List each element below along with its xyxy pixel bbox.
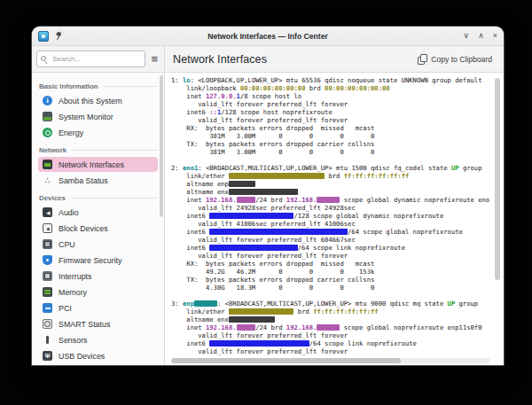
samba-share-icon	[43, 175, 52, 185]
sidebar-item-label: Memory	[59, 288, 87, 297]
terminal-line: 2: eno1: <BROADCAST,MULTICAST,UP,LOWER_U…	[171, 164, 490, 172]
sidebar-item-samba-status[interactable]: Samba Status	[38, 173, 158, 188]
interrupts-icon	[43, 271, 52, 281]
desktop-background: Network Interfaces — Info Center ∨ ∧ × ≡…	[0, 0, 532, 405]
sidebar-item-energy[interactable]: Energy	[38, 125, 158, 140]
window-title: Network Interfaces — Info Center	[32, 32, 504, 41]
horizontal-scrollbar-track[interactable]	[171, 358, 490, 363]
copy-to-clipboard-button[interactable]: Copy to Clipboard	[414, 51, 496, 66]
terminal-line: valid_lft 24928sec preferred_lft 24928se…	[171, 204, 490, 212]
maximize-button[interactable]: ∧	[478, 32, 484, 40]
memory-icon	[43, 287, 52, 297]
redacted-identifier	[229, 316, 275, 323]
terminal-line: TX: bytes packets errors dropped carrier…	[171, 276, 490, 284]
usb-devices-icon	[43, 351, 52, 361]
terminal-line: inet6 ::1/128 scope host noprefixroute	[171, 108, 490, 116]
redacted-ipv4-address	[237, 197, 256, 203]
sidebar-item-label: Audio	[59, 208, 79, 217]
terminal-line: inet6 /128 scope global dynamic noprefix…	[171, 212, 490, 220]
sidebar-item-about-this-system[interactable]: About this System	[38, 93, 158, 108]
sidebar-item-label: Energy	[59, 129, 83, 137]
section-divider	[103, 86, 157, 87]
sidebar-item-cpu[interactable]: CPU	[38, 237, 158, 252]
info-center-window: Network Interfaces — Info Center ∨ ∧ × ≡…	[32, 27, 504, 365]
energy-icon	[43, 128, 52, 137]
pin-icon[interactable]	[54, 31, 63, 41]
search-box[interactable]	[36, 51, 145, 67]
terminal-line: inet6 /64 scope global noprefixroute	[171, 228, 490, 236]
titlebar[interactable]: Network Interfaces — Info Center ∨ ∧ ×	[32, 27, 504, 46]
terminal-line: link/ether brd ff:ff:ff:ff:ff:ff	[171, 308, 490, 315]
sidebar-item-label: SMART Status	[59, 320, 110, 329]
sidebar-item-label: Samba Status	[59, 176, 108, 185]
sidebar-item-audio[interactable]: Audio	[38, 205, 158, 220]
terminal-line: valid_lft 41006sec preferred_lft 41006se…	[171, 220, 490, 228]
sidebar-item-label: Network Interfaces	[59, 160, 124, 169]
terminal-line: 381M 3.00M 0 0 0 0	[171, 132, 490, 140]
sidebar-section-header: Network	[39, 146, 157, 154]
redacted-ipv4-address	[237, 324, 256, 331]
firmware-security-icon	[43, 255, 52, 265]
terminal-line: valid_lft forever preferred_lft 604667se…	[171, 236, 490, 244]
smart-status-icon	[43, 319, 52, 329]
redacted-mac-address	[229, 173, 325, 179]
terminal-line: altname enx	[171, 188, 490, 196]
sidebar-item-block-devices[interactable]: Block Devices	[38, 221, 158, 236]
terminal-line: inet 192.168./24 brd 192.168. scope glob…	[171, 323, 490, 331]
info-icon	[43, 96, 52, 105]
terminal-line	[171, 156, 490, 164]
section-divider	[70, 198, 157, 199]
section-label: Devices	[39, 194, 66, 202]
sidebar-scrollbar[interactable]	[160, 75, 163, 217]
sensors-icon	[43, 335, 52, 345]
terminal-line: link/loopback 00:00:00:00:00:00 brd 00:0…	[171, 84, 490, 92]
redacted-ipv6-address	[209, 340, 309, 347]
terminal-line	[171, 292, 490, 300]
sidebar-section-header: Basic Information	[39, 82, 157, 90]
terminal-line: 3: enp: <BROADCAST,MULTICAST,UP,LOWER_UP…	[171, 300, 490, 308]
minimize-button[interactable]: ∨	[464, 32, 470, 40]
terminal-line: valid_lft forever preferred_lft forever	[171, 347, 490, 355]
redacted-ipv6-address	[209, 245, 298, 251]
terminal-output: 1: lo: <LOOPBACK,UP,LOWER_UP> mtu 65536 …	[171, 76, 490, 355]
redacted-identifier	[229, 181, 255, 187]
sidebar-item-smart-status[interactable]: SMART Status	[38, 316, 158, 331]
sidebar-section-header: Devices	[39, 194, 157, 202]
search-input[interactable]	[51, 54, 141, 64]
sidebar: Basic InformationAbout this SystemSystem…	[32, 73, 165, 365]
pci-icon	[43, 303, 52, 313]
redacted-ipv6-address	[209, 229, 348, 235]
horizontal-scrollbar-thumb[interactable]	[171, 358, 401, 363]
sidebar-item-label: About this System	[59, 97, 122, 105]
sidebar-item-interrupts[interactable]: Interrupts	[38, 269, 158, 284]
terminal-line: 4.30G 18.3M 0 0 0 0	[171, 284, 490, 292]
sidebar-item-label: Interrupts	[59, 272, 92, 281]
copy-button-label: Copy to Clipboard	[431, 55, 492, 64]
close-button[interactable]: ×	[493, 32, 497, 40]
terminal-line: valid_lft forever preferred_lft forever	[171, 331, 490, 339]
content-area: 1: lo: <LOOPBACK,UP,LOWER_UP> mtu 65536 …	[165, 73, 504, 365]
terminal-line: 381M 3.00M 0 0 0 0	[171, 148, 490, 156]
sidebar-item-memory[interactable]: Memory	[38, 284, 158, 300]
terminal-line: RX: bytes packets errors dropped missed …	[171, 260, 490, 268]
sidebar-item-usb-devices[interactable]: USB Devices	[38, 348, 158, 363]
search-icon	[41, 56, 48, 63]
redacted-interface-name	[194, 300, 217, 307]
sidebar-item-firmware-security[interactable]: Firmware Security	[38, 253, 158, 268]
terminal-line: 49.2G 46.2M 0 0 0 153k	[171, 268, 490, 276]
menu-icon[interactable]: ≡	[149, 53, 160, 65]
redacted-mac-address	[229, 308, 294, 315]
sidebar-item-pci[interactable]: PCI	[38, 300, 158, 315]
terminal-line: TX: bytes packets errors dropped carrier…	[171, 140, 490, 148]
terminal-line: inet6 /64 scope link noprefixroute	[171, 339, 490, 347]
vertical-scrollbar[interactable]	[495, 78, 500, 280]
sidebar-item-label: Block Devices	[59, 224, 108, 233]
sidebar-item-network-interfaces[interactable]: Network Interfaces	[38, 157, 158, 172]
terminal-line: inet 192.168./24 brd 192.168. scope glob…	[171, 196, 490, 204]
audio-icon	[43, 207, 52, 217]
sidebar-item-sensors[interactable]: Sensors	[38, 332, 158, 347]
toolbar: ≡ Network Interfaces Copy to Clipboard	[32, 46, 504, 73]
terminal-line: valid_lft forever preferred_lft forever	[171, 100, 490, 108]
sidebar-item-label: System Monitor	[59, 113, 113, 121]
sidebar-item-system-monitor[interactable]: System Monitor	[38, 109, 158, 124]
